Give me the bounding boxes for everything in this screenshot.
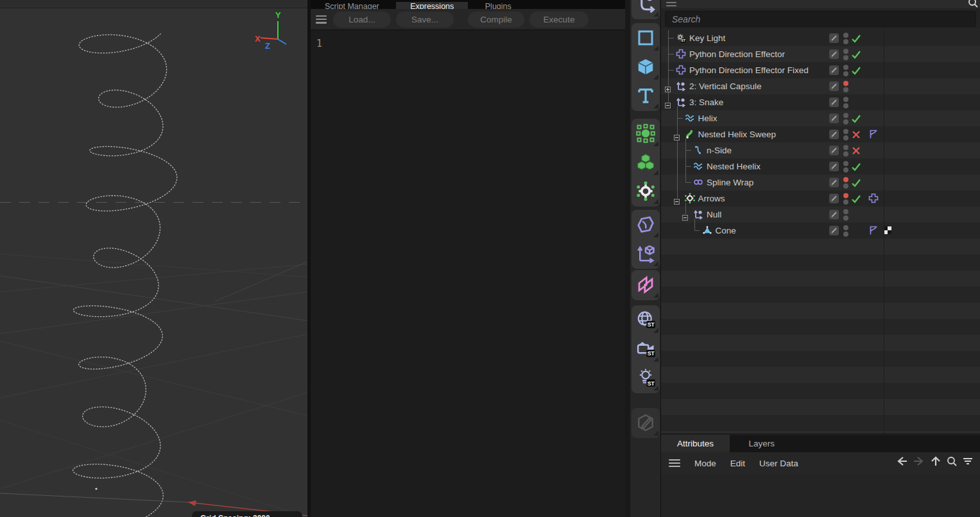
visibility-dots[interactable] <box>843 46 849 62</box>
collapse-icon[interactable] <box>682 212 688 217</box>
null-object-icon[interactable] <box>676 97 686 107</box>
layer-edit-toggle[interactable] <box>829 65 839 75</box>
object-label[interactable]: 3: Snake <box>689 94 723 110</box>
tab-attributes[interactable]: Attributes <box>661 435 730 452</box>
layer-edit-toggle[interactable] <box>829 130 839 139</box>
array-tool[interactable] <box>632 148 660 176</box>
load-button[interactable]: Load... <box>333 12 391 28</box>
viewport-canvas[interactable]: Y X Z Grid Spacing: 2000 <box>0 0 307 517</box>
search-icon[interactable] <box>946 455 958 467</box>
layer-edit-toggle[interactable] <box>829 33 839 43</box>
enabled-check-icon[interactable] <box>851 33 861 44</box>
layer-edit-toggle[interactable] <box>829 114 839 123</box>
tree-row-nested-heelix[interactable]: Nested Heelix <box>661 158 980 174</box>
layer-edit-toggle[interactable] <box>829 97 839 107</box>
enabled-check-icon[interactable] <box>851 162 861 172</box>
tree-row-python-direction-effector[interactable]: Python Direction Effector <box>661 46 980 62</box>
tree-row-arrows[interactable]: Arrows <box>661 191 980 207</box>
menu-mode[interactable]: Mode <box>694 459 716 468</box>
layer-edit-toggle[interactable] <box>829 49 839 59</box>
layer-edit-toggle[interactable] <box>829 210 839 219</box>
tree-row-n-side[interactable]: n-Side <box>661 142 980 158</box>
object-label[interactable]: Helix <box>698 110 718 126</box>
enabled-check-icon[interactable] <box>851 114 861 124</box>
light-st-tool[interactable]: ST <box>632 363 660 392</box>
tree-row-null[interactable]: Null <box>661 207 980 223</box>
collapse-icon[interactable] <box>665 99 671 105</box>
back-icon[interactable] <box>895 455 908 467</box>
enabled-check-icon[interactable] <box>851 49 861 60</box>
plane-warp-tool[interactable] <box>632 270 660 299</box>
collapse-icon[interactable] <box>674 131 680 137</box>
expand-icon[interactable] <box>665 83 671 89</box>
visibility-dots[interactable] <box>843 174 849 191</box>
menu-icon[interactable] <box>316 15 327 24</box>
visibility-dots[interactable] <box>843 158 849 174</box>
code-editor[interactable]: 1 <box>311 31 625 517</box>
camera-st-tool[interactable]: ST <box>632 334 660 363</box>
rectangle-spline-tool[interactable] <box>632 23 660 52</box>
object-label[interactable]: Python Direction Effector <box>689 46 785 62</box>
cube-primitive-tool[interactable] <box>632 52 660 81</box>
nside-spline-icon[interactable] <box>693 145 703 155</box>
visibility-dots[interactable] <box>843 191 849 207</box>
menu-icon[interactable] <box>669 459 680 468</box>
visibility-dots[interactable] <box>843 62 849 78</box>
spline-pen-tool[interactable] <box>632 0 660 18</box>
visibility-dots[interactable] <box>843 207 849 223</box>
sculpt-disabled-tool[interactable] <box>632 408 660 437</box>
layer-edit-toggle[interactable] <box>829 81 839 91</box>
compile-button[interactable]: Compile <box>468 12 524 28</box>
tree-row-spline-wrap[interactable]: Spline Wrap <box>661 174 980 191</box>
enabled-check-icon[interactable] <box>851 194 861 204</box>
layer-edit-toggle[interactable] <box>829 146 839 155</box>
layer-edit-toggle[interactable] <box>829 194 839 203</box>
tree-row-python-direction-effector-fixed[interactable]: Python Direction Effector Fixed <box>661 62 980 78</box>
helix-spline-icon[interactable] <box>693 161 703 171</box>
null-object-icon[interactable] <box>676 81 686 91</box>
tree-row-3-snake[interactable]: 3: Snake <box>661 94 980 110</box>
layer-edit-toggle[interactable] <box>829 226 839 235</box>
viewport-3d[interactable]: Y X Z Grid Spacing: 2000 <box>0 0 307 517</box>
visibility-dots[interactable] <box>843 126 849 142</box>
python-tag-icon[interactable] <box>868 193 879 203</box>
tree-row-cone[interactable]: Cone <box>661 223 980 239</box>
object-label[interactable]: Arrows <box>698 191 725 207</box>
object-label[interactable]: Cone <box>716 223 736 239</box>
menu-icon[interactable] <box>666 2 676 6</box>
layer-edit-toggle[interactable] <box>829 162 839 171</box>
visibility-dots[interactable] <box>843 110 849 126</box>
execute-button[interactable]: Execute <box>529 12 589 28</box>
menu-edit[interactable]: Edit <box>730 459 745 468</box>
visibility-dots[interactable] <box>843 223 849 239</box>
object-label[interactable]: Key Light <box>689 30 725 46</box>
disabled-cross-icon[interactable] <box>851 130 861 140</box>
python-effector-icon[interactable] <box>676 65 686 75</box>
phong-tag-icon[interactable] <box>868 225 879 235</box>
layer-edit-toggle[interactable] <box>829 178 839 187</box>
search-input[interactable] <box>665 11 976 27</box>
object-label[interactable]: Python Direction Effector Fixed <box>689 62 809 78</box>
object-label[interactable]: Null <box>707 207 721 223</box>
tree-row-key-light[interactable]: STKey Light <box>661 30 980 46</box>
enabled-check-icon[interactable] <box>851 178 861 188</box>
filter-icon[interactable] <box>962 455 974 467</box>
null-object-icon[interactable] <box>693 209 703 219</box>
sweep-icon[interactable] <box>685 129 695 139</box>
tree-row-2-vertical-capsule[interactable]: 2: Vertical Capsule <box>661 78 980 94</box>
tree-row-nested-helix-sweep[interactable]: Nested Helix Sweep <box>661 126 980 142</box>
tree-row-helix[interactable]: Helix <box>661 110 980 126</box>
visibility-dots[interactable] <box>843 78 849 94</box>
save-button[interactable]: Save... <box>396 12 454 28</box>
visibility-dots[interactable] <box>843 94 849 110</box>
forward-icon[interactable] <box>913 455 925 467</box>
disabled-cross-icon[interactable] <box>851 146 861 156</box>
object-label[interactable]: n-Side <box>707 142 732 158</box>
light-icon[interactable]: ST <box>676 33 686 43</box>
collapse-icon[interactable] <box>674 196 680 201</box>
effector-tool[interactable] <box>632 176 660 205</box>
object-label[interactable]: 2: Vertical Capsule <box>689 78 762 94</box>
object-label[interactable]: Spline Wrap <box>707 174 753 191</box>
up-icon[interactable] <box>930 455 941 467</box>
deformer-tool[interactable] <box>632 210 660 239</box>
